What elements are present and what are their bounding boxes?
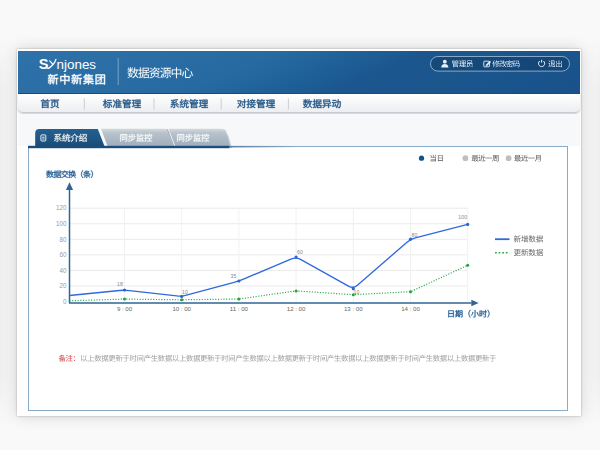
svg-text:100: 100 bbox=[458, 214, 467, 220]
svg-text:S: S bbox=[39, 56, 49, 72]
svg-text:14 : 00: 14 : 00 bbox=[401, 305, 420, 312]
svg-text:10: 10 bbox=[182, 289, 188, 295]
svg-text:60: 60 bbox=[297, 249, 303, 255]
svg-text:13 : 00: 13 : 00 bbox=[344, 305, 363, 312]
svg-text:80: 80 bbox=[412, 232, 418, 238]
svg-text:11 : 00: 11 : 00 bbox=[230, 305, 249, 312]
svg-text:njones: njones bbox=[57, 57, 97, 72]
svg-text:0: 0 bbox=[63, 298, 67, 305]
svg-text:10 : 00: 10 : 00 bbox=[172, 305, 191, 312]
svg-text:60: 60 bbox=[59, 251, 67, 258]
svg-text:20: 20 bbox=[59, 282, 67, 289]
svg-text:10: 10 bbox=[354, 289, 360, 295]
svg-text:12 : 00: 12 : 00 bbox=[287, 305, 306, 312]
svg-text:80: 80 bbox=[59, 236, 67, 243]
svg-text:120: 120 bbox=[56, 204, 67, 211]
svg-text:100: 100 bbox=[56, 220, 67, 227]
svg-text:40: 40 bbox=[59, 267, 67, 274]
svg-text:35: 35 bbox=[231, 273, 237, 279]
svg-text:9 : 00: 9 : 00 bbox=[117, 305, 133, 312]
svg-text:18: 18 bbox=[117, 281, 123, 287]
